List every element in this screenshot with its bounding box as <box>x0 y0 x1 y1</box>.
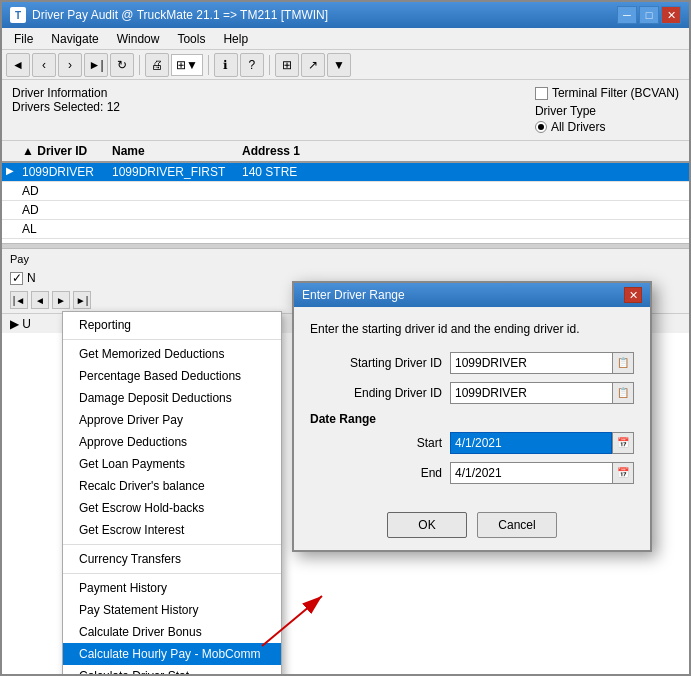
help-button[interactable]: ? <box>240 53 264 77</box>
dialog-overlay: Enter Driver Range ✕ Enter the starting … <box>2 141 689 674</box>
arrow-dropdown[interactable]: ▼ <box>327 53 351 77</box>
back-button[interactable]: ◄ <box>6 53 30 77</box>
end-date-input-group: 📅 <box>450 462 634 484</box>
ending-driver-id-input[interactable] <box>450 382 612 404</box>
dialog-title: Enter Driver Range <box>302 288 405 302</box>
start-date-input[interactable] <box>450 432 612 454</box>
driver-info-header: Driver Information Drivers Selected: 12 … <box>2 80 689 141</box>
window-title: Driver Pay Audit @ TruckMate 21.1 => TM2… <box>32 8 328 22</box>
toolbar-separator-2 <box>208 55 209 75</box>
table-area: ▲ Driver ID Name Address 1 ▶ 1099DRIVER … <box>2 141 689 674</box>
menu-file[interactable]: File <box>6 30 41 47</box>
all-drivers-radio[interactable]: All Drivers <box>535 120 606 134</box>
title-bar: T Driver Pay Audit @ TruckMate 21.1 => T… <box>2 2 689 28</box>
print-button[interactable]: 🖨 <box>145 53 169 77</box>
content-area: Driver Information Drivers Selected: 12 … <box>2 80 689 674</box>
toolbar: ◄ ‹ › ►| ↻ 🖨 ⊞ ▼ ℹ ? ⊞ ↗ ▼ <box>2 50 689 80</box>
driver-info-left: Driver Information Drivers Selected: 12 <box>12 86 120 114</box>
app-icon: T <box>10 7 26 23</box>
export-button[interactable]: ↗ <box>301 53 325 77</box>
title-bar-controls: ─ □ ✕ <box>617 6 681 24</box>
all-drivers-label: All Drivers <box>551 120 606 134</box>
end-date-calendar-button[interactable]: 📅 <box>612 462 634 484</box>
ending-driver-id-field: Ending Driver ID 📋 <box>310 382 634 404</box>
view-icon: ⊞ <box>176 58 186 72</box>
last-button[interactable]: ►| <box>84 53 108 77</box>
cancel-button[interactable]: Cancel <box>477 512 557 538</box>
starting-driver-id-input-group: 📋 <box>450 352 634 374</box>
enter-driver-range-dialog: Enter Driver Range ✕ Enter the starting … <box>292 281 652 552</box>
next-button[interactable]: › <box>58 53 82 77</box>
dialog-description: Enter the starting driver id and the end… <box>310 321 634 338</box>
date-range-label: Date Range <box>310 412 634 426</box>
menu-help[interactable]: Help <box>215 30 256 47</box>
menu-tools[interactable]: Tools <box>169 30 213 47</box>
all-drivers-radio-btn[interactable] <box>535 121 547 133</box>
starting-driver-id-lookup-button[interactable]: 📋 <box>612 352 634 374</box>
start-date-label: Start <box>310 436 450 450</box>
ending-driver-id-lookup-button[interactable]: 📋 <box>612 382 634 404</box>
start-date-field: Start 📅 <box>310 432 634 454</box>
end-date-input[interactable] <box>450 462 612 484</box>
terminal-filter-checkbox[interactable] <box>535 87 548 100</box>
info-button[interactable]: ℹ <box>214 53 238 77</box>
ok-button[interactable]: OK <box>387 512 467 538</box>
starting-driver-id-input[interactable] <box>450 352 612 374</box>
close-button[interactable]: ✕ <box>661 6 681 24</box>
dialog-footer: OK Cancel <box>294 504 650 550</box>
maximize-button[interactable]: □ <box>639 6 659 24</box>
dialog-title-bar: Enter Driver Range ✕ <box>294 283 650 307</box>
main-window: T Driver Pay Audit @ TruckMate 21.1 => T… <box>0 0 691 676</box>
ending-driver-id-label: Ending Driver ID <box>310 386 450 400</box>
prev-button[interactable]: ‹ <box>32 53 56 77</box>
title-bar-left: T Driver Pay Audit @ TruckMate 21.1 => T… <box>10 7 328 23</box>
refresh-button[interactable]: ↻ <box>110 53 134 77</box>
driver-info-right: Terminal Filter (BCVAN) Driver Type All … <box>535 86 679 134</box>
terminal-filter: Terminal Filter (BCVAN) <box>535 86 679 100</box>
start-date-calendar-button[interactable]: 📅 <box>612 432 634 454</box>
minimize-button[interactable]: ─ <box>617 6 637 24</box>
starting-driver-id-field: Starting Driver ID 📋 <box>310 352 634 374</box>
driver-info-label: Driver Information <box>12 86 120 100</box>
terminal-filter-label: Terminal Filter (BCVAN) <box>552 86 679 100</box>
menu-navigate[interactable]: Navigate <box>43 30 106 47</box>
toolbar-separator-3 <box>269 55 270 75</box>
dropdown-arrow: ▼ <box>186 58 198 72</box>
toolbar-separator-1 <box>139 55 140 75</box>
view-dropdown[interactable]: ⊞ ▼ <box>171 54 203 76</box>
end-date-field: End 📅 <box>310 462 634 484</box>
menu-bar: File Navigate Window Tools Help <box>2 28 689 50</box>
grid-button[interactable]: ⊞ <box>275 53 299 77</box>
menu-window[interactable]: Window <box>109 30 168 47</box>
end-date-label: End <box>310 466 450 480</box>
start-date-input-group: 📅 <box>450 432 634 454</box>
driver-type-label: Driver Type <box>535 104 606 118</box>
ending-driver-id-input-group: 📋 <box>450 382 634 404</box>
starting-driver-id-label: Starting Driver ID <box>310 356 450 370</box>
dialog-body: Enter the starting driver id and the end… <box>294 307 650 504</box>
drivers-selected-label: Drivers Selected: 12 <box>12 100 120 114</box>
dialog-close-button[interactable]: ✕ <box>624 287 642 303</box>
